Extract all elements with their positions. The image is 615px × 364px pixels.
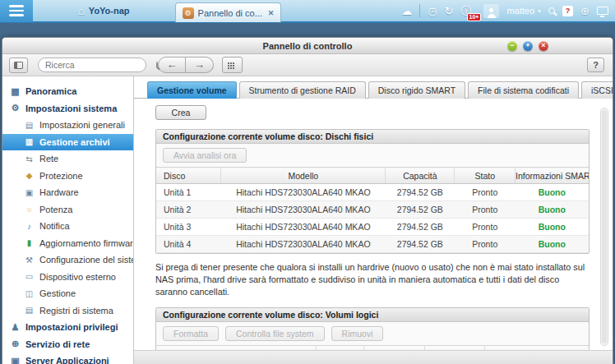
close-window-button[interactable]: × xyxy=(539,41,548,51)
forward-button[interactable]: → xyxy=(186,57,214,73)
sidebar-item-label: Server Applicazioni xyxy=(25,356,109,364)
check-filesystem-button[interactable]: Controlla file system xyxy=(225,326,325,341)
power-bulb-icon: ☼ xyxy=(24,205,35,214)
sidebar-item-potenza[interactable]: ☼Potenza xyxy=(2,201,133,219)
sidebar-item-server-applicazioni[interactable]: ▣Server Applicazioni xyxy=(2,352,133,364)
global-search-icon[interactable] xyxy=(548,7,555,14)
notifications-button[interactable]: ⓘ 10+ xyxy=(460,3,471,19)
overview-grid-icon: ▦ xyxy=(10,86,21,97)
scrollbar-thumb[interactable] xyxy=(602,110,607,343)
language-globe-icon[interactable]: ⊕ xyxy=(580,5,590,17)
privilege-settings-icon: ♟ xyxy=(10,322,21,333)
sidebar-item-dispositivo-esterno[interactable]: ▭Dispositivo esterno xyxy=(2,269,133,286)
help-button[interactable]: ? xyxy=(587,58,604,72)
tab-iscsi[interactable]: iSCSI xyxy=(581,81,613,99)
maximize-button[interactable]: + xyxy=(523,41,533,51)
application-server-icon: ▣ xyxy=(10,356,21,364)
disk-name: Unità 4 xyxy=(156,236,221,253)
minimize-button[interactable]: − xyxy=(507,41,517,51)
sidebar-item-rete[interactable]: ⇆Rete xyxy=(2,150,133,168)
sidebar-toggle-button[interactable] xyxy=(9,58,28,73)
username-label[interactable]: matteo xyxy=(506,6,534,16)
disk-capacity: 2794.52 GB xyxy=(386,201,455,219)
disk-status: Pronto xyxy=(455,219,516,236)
create-button[interactable]: Crea xyxy=(155,105,206,120)
back-button[interactable]: ← xyxy=(158,57,186,73)
content-footer-bar xyxy=(134,350,613,364)
column-header-smart[interactable]: Informazioni SMART xyxy=(516,168,589,184)
control-panel-window: Pannello di controllo − + × ← → ? ▦Panor… xyxy=(2,37,613,364)
user-menu-chevron-icon[interactable]: ▾ xyxy=(538,7,541,15)
sidebar-item-impostazioni-generali[interactable]: ▤Impostazioni generali xyxy=(2,117,133,134)
format-button[interactable]: Formatta xyxy=(163,326,219,341)
search-box[interactable] xyxy=(38,58,146,72)
column-header-stato[interactable]: Stato xyxy=(455,168,516,184)
home-icon: ⌂ xyxy=(78,5,85,17)
column-header-disco[interactable]: Disco xyxy=(156,168,221,184)
sidebar-item-servizio-di-rete[interactable]: ⊕Servizio di rete xyxy=(2,336,133,353)
column-header-capacita[interactable]: Capacità xyxy=(386,168,455,184)
firmware-update-icon: ▮ xyxy=(24,238,35,247)
table-row[interactable]: Unità 3 Hitachi HDS723030ALA640 MKAO 279… xyxy=(156,219,589,236)
sidebar-item-label: Rete xyxy=(39,154,58,164)
smart-status: Buono xyxy=(516,236,589,253)
window-toolbar: ← → ? xyxy=(2,54,613,76)
sidebar-item-panoramica[interactable]: ▦Panoramica xyxy=(2,83,133,100)
taskbar-help-button[interactable]: ? xyxy=(562,6,573,16)
logical-volumes-section-title: Configurazione corrente volume disco: Vo… xyxy=(156,308,589,322)
sidebar-item-label: Dispositivo esterno xyxy=(39,272,116,282)
tray-divider xyxy=(419,4,420,17)
taskbar: ⌂ YoYo-nap ⚙ Pannello di co... ✕ ☁ ◷ ↻ ⓘ… xyxy=(0,0,615,23)
disk-capacity: 2794.52 GB xyxy=(386,236,455,253)
external-device-icon: ▭ xyxy=(24,272,35,281)
gear-icon: ⚙ xyxy=(10,103,21,113)
disk-status: Pronto xyxy=(455,236,516,253)
close-tab-icon[interactable]: ✕ xyxy=(268,9,275,17)
physical-disks-section-title: Configurazione corrente volume disco: Di… xyxy=(156,130,589,144)
sidebar-item-gestione-archivi[interactable]: ▥Gestione archivi xyxy=(2,134,133,151)
remove-button[interactable]: Rimuovi xyxy=(331,326,384,341)
table-row[interactable]: Unità 2 Hitachi HDS723030ALA640 MKAO 279… xyxy=(156,201,589,219)
desktop-switch-icon[interactable] xyxy=(597,7,608,15)
sidebar-item-notifica[interactable]: ♪Notifica xyxy=(2,218,133,235)
column-header-modello[interactable]: Modello xyxy=(221,168,386,184)
main-content: Gestione volume Strumento di gestione RA… xyxy=(134,76,613,364)
sidebar-item-aggiornamento-firmware[interactable]: ▮Aggiornamento firmware xyxy=(2,235,133,252)
sidebar-item-impostazioni-privilegi[interactable]: ♟Impostazioni privilegi xyxy=(2,319,133,336)
system-logs-icon: ▤ xyxy=(24,306,35,315)
network-icon: ⇆ xyxy=(24,154,35,164)
window-titlebar: Pannello di controllo − + × xyxy=(2,38,613,54)
user-avatar[interactable] xyxy=(483,4,499,18)
sidebar-item-label: Aggiornamento firmware xyxy=(39,238,134,248)
background-tasks-icon[interactable]: ◷ xyxy=(428,5,437,17)
sidebar-item-gestione[interactable]: ◫Gestione xyxy=(2,285,133,302)
sidebar-item-label: Protezione xyxy=(39,171,83,181)
tab-gestione-volume[interactable]: Gestione volume xyxy=(147,81,237,99)
management-icon: ◫ xyxy=(24,289,35,298)
table-row[interactable]: Unità 1 Hitachi HDS723030ALA640 MKAO 279… xyxy=(156,184,589,201)
sidebar-item-configurazione-sistema[interactable]: ⚒Configurazione del siste... xyxy=(2,251,133,269)
tab-file-sistema-codificati[interactable]: File di sistema codificati xyxy=(468,81,579,99)
main-menu-button[interactable] xyxy=(0,0,33,22)
search-input[interactable] xyxy=(45,60,156,70)
sidebar-item-registri-di-sistema[interactable]: ▤Registri di sistema xyxy=(2,302,133,320)
search-icon xyxy=(156,62,158,68)
vertical-scrollbar[interactable] xyxy=(600,108,608,346)
taskbar-tab-control-panel[interactable]: ⚙ Pannello di co... ✕ xyxy=(175,2,282,22)
sidebar-layout-icon xyxy=(14,62,23,69)
sidebar-item-impostazioni-sistema[interactable]: ⚙Impostazioni sistema xyxy=(2,100,133,117)
table-row[interactable]: Unità 4 Hitachi HDS723030ALA640 MKAO 279… xyxy=(156,236,589,253)
disk-capacity: 2794.52 GB xyxy=(386,219,455,236)
apps-grid-button[interactable] xyxy=(222,57,243,73)
desktop-home-tab[interactable]: ⌂ YoYo-nap xyxy=(78,5,130,17)
tab-strumento-gestione-raid[interactable]: Strumento di gestione RAID xyxy=(239,81,366,99)
sidebar-item-hardware[interactable]: ▣Hardware xyxy=(2,184,133,201)
sidebar-item-protezione[interactable]: ◆Protezione xyxy=(2,168,133,185)
refresh-icon[interactable]: ↻ xyxy=(445,5,454,17)
control-panel-icon: ⚙ xyxy=(183,7,194,19)
sidebar-nav: ▦Panoramica ⚙Impostazioni sistema ▤Impos… xyxy=(2,76,134,364)
tab-disco-rigido-smart[interactable]: Disco rigido SMART xyxy=(368,81,465,99)
cloud-icon[interactable]: ☁ xyxy=(401,5,412,17)
scan-now-button[interactable]: Avvia analisi ora xyxy=(163,148,247,163)
tab-strip: Gestione volume Strumento di gestione RA… xyxy=(134,81,613,99)
